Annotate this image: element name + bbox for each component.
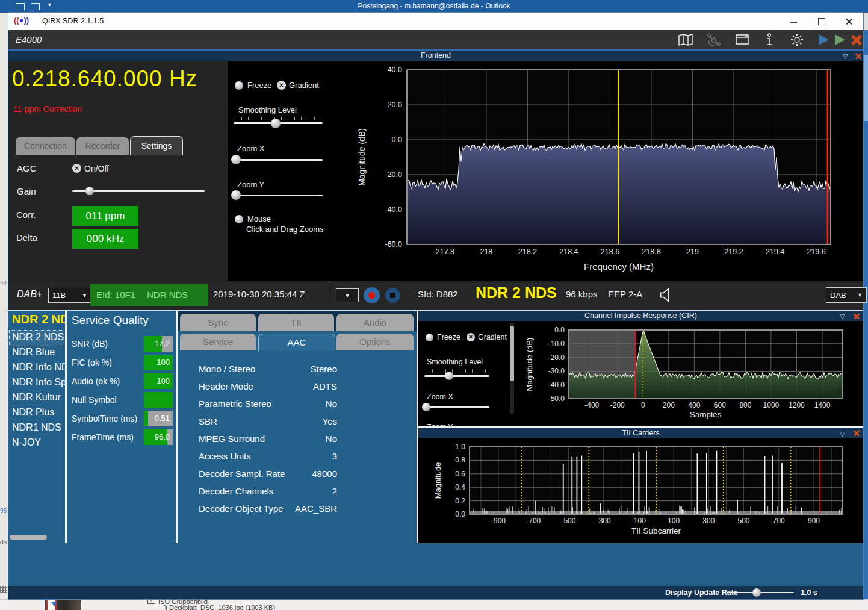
channel-select[interactable]: 11B▼: [48, 288, 91, 303]
cir-smoothing-thumb[interactable]: [445, 372, 453, 380]
collapse-icon[interactable]: ▽: [840, 428, 845, 439]
spectrum-chart[interactable]: 217.8218218.2218.4218.6218.8219219.2219.…: [355, 61, 863, 278]
service-item[interactable]: NDR Kultur: [12, 392, 61, 403]
quality-meter: 0,51: [144, 411, 173, 426]
tii-chart[interactable]: 1.00.80.60.40.20.0-900-700-500-300-10010…: [421, 438, 863, 540]
zoom-x-slider-thumb[interactable]: [231, 155, 241, 164]
display-update-thumb[interactable]: [752, 588, 761, 597]
attachment-file[interactable]: Deckblatt_DSC_1036.jpg (1003 KB): [169, 604, 275, 610]
info-icon[interactable]: [766, 33, 773, 46]
svg-text:0.0: 0.0: [455, 510, 465, 518]
chevron-down-icon: ▼: [857, 292, 863, 298]
qirx-titlebar[interactable]: ((●)) QIRX SDR 2.1.1.5: [8, 13, 863, 30]
gain-slider-thumb[interactable]: [85, 187, 94, 195]
aac-row-value: No: [259, 399, 337, 409]
zoom-y-slider-thumb[interactable]: [231, 190, 241, 200]
cir-zoom-x-thumb[interactable]: [422, 403, 430, 411]
pane-divider: [143, 600, 143, 610]
zoom-y-slider[interactable]: [234, 195, 323, 196]
service-list-scrollbar[interactable]: [10, 535, 47, 540]
tab-service[interactable]: Service: [180, 334, 256, 350]
cir-chart[interactable]: -400-20002004006008001000120014000.0-10.…: [518, 321, 863, 426]
tab-recorder[interactable]: Recorder: [76, 137, 129, 155]
svg-text:1400: 1400: [814, 401, 831, 409]
frontend-panel-title: Frontend: [421, 51, 451, 60]
delta-label: Delta: [16, 232, 37, 243]
service-item[interactable]: NDR Info Sp: [12, 377, 65, 388]
bar-divider: [330, 282, 330, 308]
service-item[interactable]: NDR Plus: [12, 407, 54, 418]
smoothing-slider-thumb[interactable]: [271, 119, 281, 128]
service-quality-title: Service Quality: [72, 314, 149, 327]
svg-text:218.6: 218.6: [601, 247, 619, 256]
minimize-button[interactable]: [780, 13, 807, 30]
quality-meter: 100: [144, 373, 173, 389]
frequency-display[interactable]: 0.218.640.000 Hz: [12, 66, 197, 92]
cir-zoom-x-slider[interactable]: [424, 406, 489, 408]
map-icon[interactable]: [678, 34, 693, 46]
svg-text:-20.0: -20.0: [385, 170, 403, 179]
display-update-bar: Display Update Rate 1.0 s: [8, 586, 863, 599]
tab-aac[interactable]: AAC: [258, 334, 335, 351]
svg-text:219.2: 219.2: [724, 247, 743, 256]
service-item[interactable]: NDR 2 NDS: [12, 332, 64, 343]
cir-smoothing-ticks: [426, 369, 488, 373]
stop-record-button[interactable]: [385, 288, 400, 303]
aac-row-value: No: [259, 434, 337, 444]
svg-text:0.8: 0.8: [455, 456, 465, 464]
svg-text:Frequency (MHz): Frequency (MHz): [584, 261, 654, 272]
stop-close-button[interactable]: [849, 32, 864, 48]
start-button[interactable]: [819, 34, 829, 45]
speaker-icon[interactable]: [659, 287, 673, 303]
aac-row-label: Access Units: [199, 451, 251, 461]
svg-text:Magnitude (dB): Magnitude (dB): [357, 128, 367, 186]
photo-thumbnail[interactable]: [45, 599, 81, 610]
aac-row-value: 3: [259, 451, 337, 461]
device-toolbar: E4000: [8, 30, 863, 51]
agc-toggle-icon[interactable]: ✕: [72, 164, 81, 173]
svg-text:400: 400: [688, 401, 700, 409]
cir-controls-scrollbar[interactable]: [510, 323, 514, 414]
delta-value[interactable]: 000 kHz: [72, 229, 138, 249]
maximize-button[interactable]: [807, 13, 835, 30]
corr-value[interactable]: 011 ppm: [72, 206, 138, 226]
spectrum-controls: Freeze ✕ Gradient Smoothing Level Zoom X…: [228, 61, 355, 281]
record-button[interactable]: [364, 287, 380, 303]
cir-smoothing-slider[interactable]: [424, 375, 489, 377]
close-panel-icon[interactable]: [855, 52, 862, 60]
svg-text:500: 500: [738, 517, 750, 525]
close-panel-icon[interactable]: [853, 313, 860, 320]
tab-tii[interactable]: TII: [258, 314, 334, 331]
service-item[interactable]: N-JOY: [12, 437, 41, 448]
output-mode-select[interactable]: DAB▼: [826, 287, 867, 303]
close-button[interactable]: [835, 13, 863, 30]
cir-smoothing-label: Smoothing Level: [427, 358, 483, 366]
service-item[interactable]: NDR Blue: [12, 347, 55, 358]
window-icon[interactable]: [736, 34, 749, 45]
gradient-checkbox[interactable]: ✕: [277, 81, 286, 90]
service-item[interactable]: NDR1 NDS: [12, 422, 61, 433]
freeze-radio[interactable]: [235, 81, 243, 90]
cir-freeze-radio[interactable]: [426, 334, 433, 341]
chevron-down-icon: ▼: [82, 293, 87, 299]
svg-text:1000: 1000: [763, 401, 780, 409]
satellite-icon[interactable]: [707, 33, 721, 46]
tab-connection[interactable]: Connection: [16, 137, 75, 155]
tab-settings[interactable]: Settings: [130, 136, 183, 155]
collapse-icon[interactable]: ▽: [843, 51, 848, 61]
agc-toggle-label[interactable]: On/Off: [84, 164, 109, 173]
svg-text:0: 0: [641, 401, 645, 409]
tab-options[interactable]: Options: [336, 334, 414, 350]
smoothing-label: Smoothing Level: [238, 105, 297, 114]
collapse-icon[interactable]: ▽: [840, 311, 845, 322]
cir-gradient-checkbox[interactable]: ✕: [467, 333, 475, 341]
gear-icon[interactable]: [790, 33, 804, 47]
tab-sync[interactable]: Sync: [180, 314, 256, 331]
close-panel-icon[interactable]: [853, 429, 860, 437]
service-item[interactable]: NDR Info ND: [12, 362, 65, 373]
mouse-radio[interactable]: [235, 215, 243, 223]
record-mode-select[interactable]: ▼: [336, 288, 359, 302]
zoom-x-slider[interactable]: [234, 159, 323, 161]
start-secondary-button[interactable]: [835, 34, 845, 45]
tab-audio[interactable]: Audio: [336, 314, 414, 331]
